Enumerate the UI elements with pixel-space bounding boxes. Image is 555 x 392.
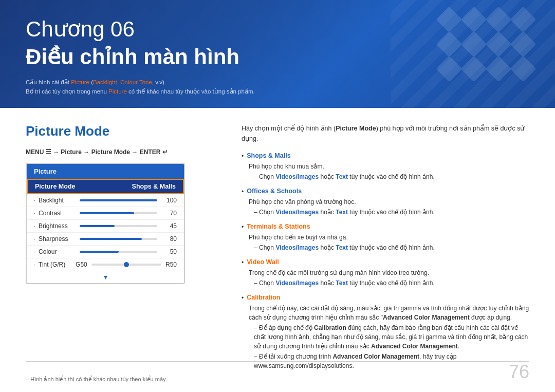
header-banner: Chương 06 Điều chỉnh màn hình Cấu hình c… [0, 0, 555, 108]
picture-box-header: Picture [27, 164, 184, 179]
setting-bar-colour: 50 [80, 248, 177, 255]
setting-row-colour: · Colour 50 [27, 246, 184, 258]
picture-mode-row: Picture Mode Shops & Malls [27, 179, 184, 194]
bullet-offices: • Offices & Schools Phù hợp cho văn phòn… [242, 186, 529, 217]
setting-name-sharpness: Sharpness [39, 235, 80, 242]
bullet-terminals: • Terminals & Stations Phù hợp cho bến x… [242, 222, 529, 252]
header-desc1: Cấu hình cài đặt Picture (Backlight, Col… [26, 79, 529, 86]
setting-value-sharpness: 80 [161, 235, 177, 242]
main-content: Picture Mode MENU ☰ → Picture → Picture … [0, 108, 555, 361]
bullet-title-offices: Offices & Schools [247, 186, 302, 196]
setting-bar-brightness: 45 [80, 222, 177, 230]
decorative-diamonds [440, 10, 534, 80]
footer-note: – Hình ảnh hiển thị có thể khác nhau tùy… [26, 376, 167, 383]
tint-indicator [124, 262, 129, 267]
intro-text: Hãy chọn một chế độ hình ảnh (Picture Mo… [242, 123, 529, 144]
tint-g-value: G50 [76, 261, 87, 268]
bullet-desc-calibration: Trong chế độ này, các cài đặt độ sáng, m… [249, 304, 529, 322]
chevron-down-icon: ▾ [104, 273, 107, 281]
setting-row-sharpness: · Sharpness 80 [27, 233, 184, 246]
bullet-desc-offices: Phù hợp cho văn phòng và trường học. [249, 197, 529, 207]
section-title: Picture Mode [26, 123, 221, 139]
setting-name-contrast: Contrast [39, 210, 80, 217]
bullet-videowall: • Video Wall Trong chế độ các môi trường… [242, 257, 529, 288]
bar-fill [80, 199, 157, 201]
setting-name-colour: Colour [39, 248, 80, 255]
setting-bar-backlight: 100 [80, 197, 177, 204]
tint-r-value: R50 [165, 261, 177, 268]
setting-value-brightness: 45 [161, 222, 177, 230]
setting-value-contrast: 70 [161, 210, 177, 217]
sub-bullet-videowall: Chọn Videos/Images hoặc Text tùy thuộc v… [254, 278, 529, 288]
bullet-calibration: • Calibration Trong chế độ này, các cài … [242, 293, 529, 370]
bullet-desc-terminals: Phù hợp cho bến xe buýt và nhà ga. [249, 233, 529, 242]
sub-bullet-shops: Chọn Videos/Images hoặc Text tùy thuộc v… [254, 172, 529, 181]
setting-bar-contrast: 70 [80, 210, 177, 217]
setting-name-brightness: Brightness [39, 222, 80, 230]
bullet-desc-shops: Phù hợp cho khu mua sắm. [249, 162, 529, 171]
right-column: Hãy chọn một chế độ hình ảnh (Picture Mo… [242, 123, 529, 351]
setting-dot: · [34, 197, 35, 203]
setting-row-backlight: · Backlight 100 [27, 194, 184, 207]
sub-bullet-calibration-1: Để áp dụng chế độ Calibration đúng cách,… [254, 323, 529, 351]
sub-bullet-terminals: Chọn Videos/Images hoặc Text tùy thuộc v… [254, 243, 529, 252]
setting-name-tint: Tint (G/R) [39, 261, 76, 268]
setting-value-colour: 50 [161, 248, 177, 255]
chapter-title: Điều chỉnh màn hình [26, 44, 529, 70]
sub-bullet-offices: Chọn Videos/Images hoặc Text tùy thuộc v… [254, 208, 529, 217]
bullet-desc-videowall: Trong chế độ các môi trường sử dụng màn … [249, 268, 529, 277]
setting-row-contrast: · Contrast 70 [27, 207, 184, 220]
menu-path: MENU ☰ → Picture → Picture Mode → ENTER … [26, 148, 221, 156]
setting-row-brightness: · Brightness 45 [27, 220, 184, 233]
picture-ui-box: Picture Picture Mode Shops & Malls · Bac… [26, 163, 185, 284]
picture-mode-value: Shops & Malls [132, 183, 176, 190]
setting-row-tint: · Tint (G/R) G50 R50 [27, 258, 184, 271]
setting-value-backlight: 100 [161, 197, 177, 204]
bullet-title-terminals: Terminals & Stations [247, 222, 310, 232]
chevron-row: ▾ [27, 271, 184, 283]
left-column: Picture Mode MENU ☰ → Picture → Picture … [26, 123, 221, 351]
bullet-dot-shops: • [242, 152, 244, 161]
bullet-title-videowall: Video Wall [247, 257, 279, 267]
chapter-number: Chương 06 [26, 16, 529, 42]
header-desc2: Bố trí các tùy chọn trong menu Picture c… [26, 88, 529, 95]
bar-track [80, 199, 157, 201]
setting-name-backlight: Backlight [39, 197, 80, 204]
page-number: 76 [509, 361, 529, 383]
footer: – Hình ảnh hiển thị có thể khác nhau tùy… [0, 361, 555, 383]
bullet-shops: • Shops & Malls Phù hợp cho khu mua sắm.… [242, 151, 529, 181]
setting-bar-sharpness: 80 [80, 235, 177, 242]
bullet-title-shops: Shops & Malls [247, 151, 290, 161]
picture-mode-label: Picture Mode [35, 183, 76, 190]
tint-bar-track [91, 264, 161, 266]
bullet-title-calibration: Calibration [247, 293, 280, 303]
